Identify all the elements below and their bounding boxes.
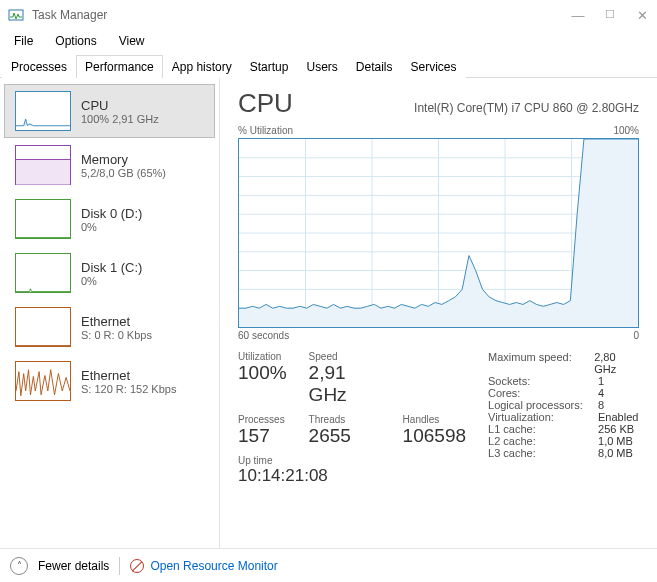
info-key: Cores:	[488, 387, 598, 399]
sidebar-item-sub: S: 0 R: 0 Kbps	[81, 329, 152, 341]
ethernet-thumb-icon	[15, 361, 71, 401]
info-row: Cores:4	[488, 387, 639, 399]
speed-value: 2,91 GHz	[309, 362, 381, 406]
sidebar-item-label: Ethernet	[81, 314, 152, 329]
maximize-button[interactable]: ☐	[603, 8, 617, 23]
chart-y-max: 100%	[613, 125, 639, 136]
sidebar-item-label: Disk 0 (D:)	[81, 206, 142, 221]
footer: ˄ Fewer details Open Resource Monitor	[0, 548, 657, 582]
resource-monitor-icon	[130, 559, 144, 573]
tab-processes[interactable]: Processes	[2, 55, 76, 78]
info-key: Maximum speed:	[488, 351, 594, 375]
stat-label: Speed	[309, 351, 381, 362]
sidebar-item-ethernet-0[interactable]: Ethernet S: 0 R: 0 Kbps	[4, 300, 215, 354]
tab-details[interactable]: Details	[347, 55, 402, 78]
info-val: 2,80 GHz	[594, 351, 639, 375]
info-val: 8	[598, 399, 604, 411]
info-key: Virtualization:	[488, 411, 598, 423]
threads-value: 2655	[309, 425, 381, 447]
info-val: 1,0 MB	[598, 435, 633, 447]
orm-label: Open Resource Monitor	[150, 559, 277, 573]
info-row: Logical processors:8	[488, 399, 639, 411]
info-row: L2 cache:1,0 MB	[488, 435, 639, 447]
info-val: 8,0 MB	[598, 447, 633, 459]
chart-y-label: % Utilization	[238, 125, 293, 136]
cpu-info-list: Maximum speed:2,80 GHzSockets:1Cores:4Lo…	[488, 351, 639, 492]
close-button[interactable]: ✕	[635, 8, 649, 23]
info-row: Virtualization:Enabled	[488, 411, 639, 423]
info-val: Enabled	[598, 411, 638, 423]
stats-section: Utilization 100% Speed 2,91 GHz Processe…	[238, 351, 639, 492]
sidebar-item-label: Disk 1 (C:)	[81, 260, 142, 275]
title-bar: Task Manager — ☐ ✕	[0, 0, 657, 30]
window-title: Task Manager	[32, 8, 571, 22]
cpu-thumb-icon	[15, 91, 71, 131]
uptime-value: 10:14:21:08	[238, 466, 466, 486]
sidebar-item-sub: 0%	[81, 221, 142, 233]
sidebar-item-disk-1[interactable]: Disk 1 (C:) 0%	[4, 246, 215, 300]
sidebar-item-sub: 0%	[81, 275, 142, 287]
memory-thumb-icon	[15, 145, 71, 185]
sidebar-item-disk-0[interactable]: Disk 0 (D:) 0%	[4, 192, 215, 246]
sidebar-item-ethernet-1[interactable]: Ethernet S: 120 R: 152 Kbps	[4, 354, 215, 408]
ethernet-thumb-icon	[15, 307, 71, 347]
info-val: 4	[598, 387, 604, 399]
sidebar-item-sub: 5,2/8,0 GB (65%)	[81, 167, 166, 179]
chart-x-right: 0	[633, 330, 639, 341]
utilization-value: 100%	[238, 362, 287, 384]
info-key: Logical processors:	[488, 399, 598, 411]
tab-bar: Processes Performance App history Startu…	[0, 54, 657, 78]
info-key: L3 cache:	[488, 447, 598, 459]
detail-pane: CPU Intel(R) Core(TM) i7 CPU 860 @ 2.80G…	[220, 78, 657, 548]
info-key: Sockets:	[488, 375, 598, 387]
handles-value: 106598	[403, 425, 466, 447]
stat-label: Threads	[309, 414, 381, 425]
detail-title: CPU	[238, 88, 293, 119]
info-val: 256 KB	[598, 423, 634, 435]
sidebar-item-memory[interactable]: Memory 5,2/8,0 GB (65%)	[4, 138, 215, 192]
stat-label: Processes	[238, 414, 287, 425]
svg-rect-1	[16, 159, 70, 184]
tab-performance[interactable]: Performance	[76, 55, 163, 78]
tab-startup[interactable]: Startup	[241, 55, 298, 78]
info-row: Maximum speed:2,80 GHz	[488, 351, 639, 375]
open-resource-monitor-link[interactable]: Open Resource Monitor	[130, 559, 277, 573]
info-val: 1	[598, 375, 604, 387]
chevron-up-icon[interactable]: ˄	[10, 557, 28, 575]
minimize-button[interactable]: —	[571, 8, 585, 23]
processes-value: 157	[238, 425, 287, 447]
sidebar-item-sub: S: 120 R: 152 Kbps	[81, 383, 176, 395]
menu-options[interactable]: Options	[47, 32, 104, 50]
sidebar-item-label: Ethernet	[81, 368, 176, 383]
info-row: Sockets:1	[488, 375, 639, 387]
cpu-chart	[238, 138, 639, 328]
window-controls: — ☐ ✕	[571, 8, 649, 23]
stat-label: Handles	[403, 414, 466, 425]
chart-x-left: 60 seconds	[238, 330, 289, 341]
sidebar-item-cpu[interactable]: CPU 100% 2,91 GHz	[4, 84, 215, 138]
disk-thumb-icon	[15, 199, 71, 239]
divider	[119, 557, 120, 575]
info-key: L1 cache:	[488, 423, 598, 435]
info-row: L3 cache:8,0 MB	[488, 447, 639, 459]
stat-label: Up time	[238, 455, 466, 466]
main-content: CPU 100% 2,91 GHz Memory 5,2/8,0 GB (65%…	[0, 78, 657, 548]
sidebar: CPU 100% 2,91 GHz Memory 5,2/8,0 GB (65%…	[0, 78, 220, 548]
cpu-model: Intel(R) Core(TM) i7 CPU 860 @ 2.80GHz	[414, 101, 639, 115]
tab-services[interactable]: Services	[402, 55, 466, 78]
sidebar-item-sub: 100% 2,91 GHz	[81, 113, 159, 125]
info-row: L1 cache:256 KB	[488, 423, 639, 435]
menu-view[interactable]: View	[111, 32, 153, 50]
menu-file[interactable]: File	[6, 32, 41, 50]
task-manager-icon	[8, 7, 24, 23]
info-key: L2 cache:	[488, 435, 598, 447]
sidebar-item-label: CPU	[81, 98, 159, 113]
tab-users[interactable]: Users	[297, 55, 346, 78]
stat-label: Utilization	[238, 351, 287, 362]
sidebar-item-label: Memory	[81, 152, 166, 167]
fewer-details-button[interactable]: Fewer details	[38, 559, 109, 573]
menu-bar: File Options View	[0, 30, 657, 52]
tab-app-history[interactable]: App history	[163, 55, 241, 78]
disk-thumb-icon	[15, 253, 71, 293]
